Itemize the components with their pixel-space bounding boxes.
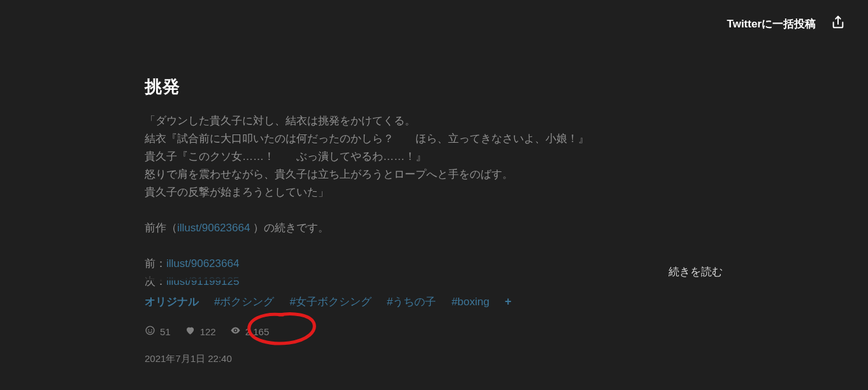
post-timestamp: 2021年7月1日 22:40 [145,353,232,365]
text: ）の続きです。 [250,222,329,234]
stat-smiles-count: 51 [160,326,171,337]
tag-primary[interactable]: オリジナル [145,294,199,309]
fade-mask [145,271,336,280]
stat-likes: 122 [185,325,216,338]
add-tag-button[interactable]: + [505,295,512,308]
eye-icon [230,325,241,338]
text: 前： [145,257,166,270]
tag[interactable]: #ボクシング [214,294,274,309]
prev-work-link[interactable]: illust/90623664 [166,257,239,270]
desc-line: 怒りで肩を震わせながら、貴久子は立ち上がろうとロープへと手をのばす。 [145,166,731,184]
tag[interactable]: #boxing [451,296,489,308]
stat-likes-count: 122 [200,326,216,337]
post-description: 「ダウンした貴久子に対し、結衣は挑発をかけてくる。 結衣『試合前に大口叩いたのは… [145,112,731,291]
desc-line: 貴久子の反撃が始まろうとしていた」 [145,184,731,201]
smile-icon [145,325,156,338]
desc-prev: 前：illust/90623664 [145,255,731,273]
desc-line: 「ダウンした貴久子に対し、結衣は挑発をかけてくる。 [145,112,731,130]
tag[interactable]: #女子ボクシング [289,294,371,309]
desc-line: 結衣『試合前に大口叩いたのは何だったのかしら？ ほら、立ってきなさいよ、小娘！』 [145,130,731,148]
twitter-bulk-post-link[interactable]: Twitterに一括投稿 [727,17,816,31]
desc-line: 前作（illust/90623664 ）の続きです。 [145,219,731,237]
tag[interactable]: #うちの子 [387,294,436,309]
post-title: 挑発 [145,75,731,98]
stat-smiles: 51 [145,325,171,338]
prev-work-link-inline[interactable]: illust/90623664 [177,222,250,234]
read-more-button[interactable]: 続きを読む [669,264,723,279]
stat-views: 2,165 [230,325,270,338]
stat-views-count: 2,165 [245,326,270,337]
text: 前作（ [145,222,177,234]
desc-line: 貴久子『このクソ女……！ ぶっ潰してやるわ……！』 [145,148,731,166]
share-icon[interactable] [831,15,845,32]
heart-icon [185,325,196,338]
